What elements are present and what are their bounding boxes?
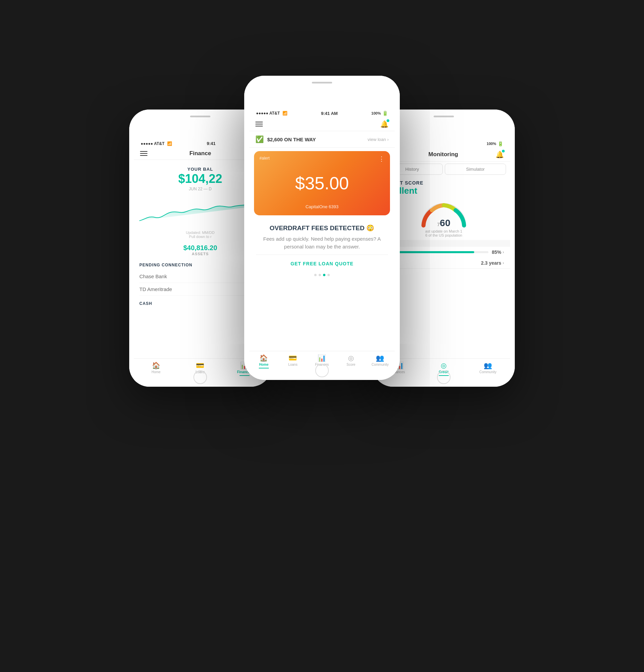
loans-label: Loans bbox=[288, 363, 297, 367]
right-bell-icon[interactable]: 🔔 bbox=[495, 151, 504, 158]
alert-more-button[interactable]: ⋮ bbox=[378, 156, 385, 162]
center-app-header: 🔔 bbox=[249, 117, 395, 131]
center-bell-icon[interactable]: 🔔 bbox=[380, 120, 389, 128]
center-nav-home[interactable]: 🏠 Home bbox=[255, 354, 272, 369]
home-icon: 🏠 bbox=[152, 361, 160, 370]
credit-rating: Exellent bbox=[384, 185, 504, 196]
alert-source: CapitalOne 6393 bbox=[305, 204, 339, 209]
loan-view-link[interactable]: view loan › bbox=[368, 137, 389, 142]
loan-amount-text: $2,600 ON THE WAY bbox=[267, 136, 368, 142]
alert-amount: $35.00 bbox=[295, 173, 349, 193]
right-header-title: Monitoring bbox=[429, 151, 458, 158]
balance-date: JUN 22 — D bbox=[139, 187, 261, 191]
alert-card: #alert ⋮ $35.00 CapitalOne 6393 bbox=[254, 151, 390, 215]
credit-gauge: 760 bbox=[420, 200, 467, 227]
overdraft-text: Fees add up quickly. Need help paying ex… bbox=[256, 235, 388, 251]
overdraft-section: OVERDRAFT FEES DETECTED 😳 Fees add up qu… bbox=[249, 219, 395, 254]
score-icon: ◎ bbox=[348, 354, 354, 362]
tab-simulator[interactable]: Simulator bbox=[445, 164, 506, 175]
home-label: Home bbox=[259, 363, 269, 367]
left-time: 9:41 bbox=[207, 141, 215, 146]
community-label: Community bbox=[371, 363, 389, 367]
finances-icon: 📊 bbox=[318, 354, 326, 362]
center-nav-community[interactable]: 👥 Community bbox=[371, 354, 389, 367]
cash-label: CASH bbox=[139, 301, 261, 306]
right-phone-speaker bbox=[434, 116, 454, 117]
assets-amount: $40,816.20 bbox=[139, 244, 261, 252]
dot-2 bbox=[319, 274, 321, 276]
dot-1 bbox=[314, 274, 317, 276]
age-arrow: › bbox=[503, 261, 504, 265]
right-bell-dot bbox=[502, 150, 505, 153]
payments-value: 85% › bbox=[492, 250, 504, 255]
center-home-button[interactable] bbox=[315, 364, 329, 377]
carousel-dots bbox=[249, 273, 395, 279]
community-label: Community bbox=[479, 370, 496, 374]
loan-banner[interactable]: ✅ $2,600 ON THE WAY view loan › bbox=[249, 131, 395, 148]
alert-tag: #alert bbox=[259, 156, 270, 160]
center-carrier: ●●●●● AT&T 📶 bbox=[256, 111, 288, 116]
loans-icon: 💳 bbox=[289, 354, 297, 362]
credit-title: CREDIT SCORE bbox=[384, 180, 504, 185]
right-home-button[interactable] bbox=[437, 371, 450, 384]
left-menu-button[interactable] bbox=[140, 151, 148, 156]
score-label: Score bbox=[347, 363, 355, 367]
balance-label: YOUR BAL bbox=[139, 167, 261, 172]
left-header-title: Finance bbox=[189, 150, 211, 157]
loans-icon: 💳 bbox=[196, 361, 204, 370]
community-icon: 👥 bbox=[484, 361, 492, 370]
credit-icon: ◎ bbox=[441, 361, 446, 370]
assets-label: ASSETS bbox=[139, 252, 261, 256]
pending-label: PENDING CONNECTION bbox=[139, 263, 261, 267]
home-icon: 🏠 bbox=[259, 354, 268, 362]
left-carrier: ●●●●● AT&T 📶 bbox=[141, 141, 172, 146]
center-menu-button[interactable] bbox=[255, 122, 263, 127]
left-home-button[interactable] bbox=[194, 371, 207, 384]
right-battery: 100% 🔋 bbox=[487, 141, 503, 146]
home-label: Home bbox=[152, 370, 161, 374]
center-battery: 100% 🔋 bbox=[371, 110, 388, 116]
phones-container: ●●●●● AT&T 📶 9:41 100% Finance bbox=[119, 49, 525, 623]
left-nav-home[interactable]: 🏠 Home bbox=[148, 361, 164, 374]
pending-item-2[interactable]: TD Ameritrade bbox=[139, 283, 261, 296]
dot-3 bbox=[323, 274, 325, 276]
credit-age-value: 2.3 years › bbox=[481, 260, 504, 266]
loan-check-icon: ✅ bbox=[255, 135, 264, 143]
payments-fill bbox=[394, 251, 474, 253]
pending-item-1[interactable]: Chase Bank bbox=[139, 270, 261, 283]
overdraft-title: OVERDRAFT FEES DETECTED 😳 bbox=[256, 224, 388, 232]
center-nav-loans[interactable]: 💳 Loans bbox=[284, 354, 301, 367]
center-time: 9:41 AM bbox=[321, 111, 338, 116]
credit-score-number: 760 bbox=[437, 218, 450, 228]
loan-quote-button[interactable]: GET FREE LOAN QUOTE bbox=[249, 255, 395, 273]
dot-4 bbox=[327, 274, 330, 276]
payments-progress-bar bbox=[394, 251, 489, 253]
bell-notification-dot bbox=[387, 119, 389, 122]
right-nav-community[interactable]: 👥 Community bbox=[479, 361, 496, 374]
center-phone-inner: ●●●●● AT&T 📶 9:41 AM 100% 🔋 bbox=[244, 76, 400, 380]
center-phone: ●●●●● AT&T 📶 9:41 AM 100% 🔋 bbox=[244, 76, 400, 380]
finances-underline bbox=[239, 375, 250, 376]
payments-arrow: › bbox=[503, 250, 504, 254]
center-phone-screen: ●●●●● AT&T 📶 9:41 AM 100% 🔋 bbox=[249, 108, 395, 375]
center-status-bar: ●●●●● AT&T 📶 9:41 AM 100% 🔋 bbox=[249, 108, 395, 117]
balance-amount: $104,22 bbox=[139, 172, 261, 186]
center-nav-score[interactable]: ◎ Score bbox=[343, 354, 360, 367]
left-phone-speaker bbox=[190, 116, 210, 117]
community-icon: 👥 bbox=[376, 354, 384, 362]
home-underline bbox=[259, 368, 269, 369]
center-phone-speaker bbox=[312, 82, 332, 84]
